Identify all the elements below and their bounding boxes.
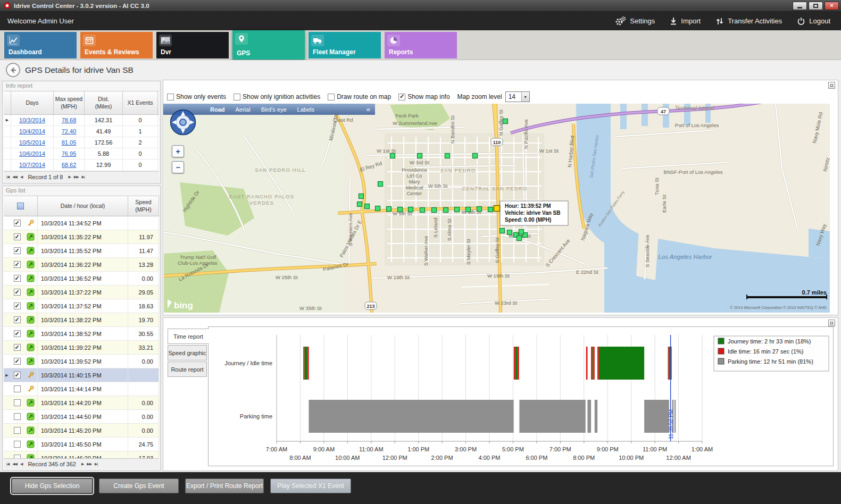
pager-first-button[interactable]: |◀: [6, 462, 9, 466]
gps-marker[interactable]: [473, 154, 478, 158]
map-style-bird-s-eye[interactable]: Bird's eye: [261, 106, 287, 113]
gps-marker[interactable]: [390, 154, 395, 158]
pager-next-page-button[interactable]: ▶▶: [74, 175, 79, 179]
hide-gps-selection-button[interactable]: Hide Gps Selection: [12, 478, 93, 493]
gps-list-row[interactable]: 10/3/2014 11:38:52 PM30.55: [4, 327, 159, 341]
pager-prev-button[interactable]: ◀: [20, 175, 22, 179]
gps-list-row[interactable]: 10/3/2014 11:36:22 PM13.28: [4, 258, 159, 272]
menu-item-transfer-activities[interactable]: Transfer Activities: [715, 17, 782, 26]
gps-marker[interactable]: [503, 119, 508, 124]
menu-item-import[interactable]: Import: [670, 17, 701, 26]
gps-marker[interactable]: [409, 207, 413, 212]
map-option-checkbox[interactable]: [167, 94, 174, 100]
gps-list-row[interactable]: 10/3/2014 11:36:52 PM0.00: [4, 272, 159, 285]
tab-reports[interactable]: Reports: [385, 32, 457, 58]
row-checkbox[interactable]: [14, 261, 21, 268]
map-style-labels[interactable]: Labels: [297, 106, 314, 113]
selected-gps-marker[interactable]: [494, 206, 500, 212]
menu-item-settings[interactable]: Settings: [615, 16, 655, 26]
day-link[interactable]: 10/7/2014: [19, 162, 45, 168]
gps-marker[interactable]: [418, 154, 422, 158]
info-report-row[interactable]: 10/5/201481.05172.562: [4, 137, 159, 148]
create-gps-event-button[interactable]: Create Gps Event: [99, 478, 179, 493]
pager-last-button[interactable]: ▶|: [95, 462, 97, 466]
map-nav-collapse-button[interactable]: «: [367, 105, 370, 113]
max-speed-link[interactable]: 76.95: [62, 150, 77, 157]
column-header[interactable]: Max speed (MPH): [54, 91, 85, 114]
gps-marker[interactable]: [376, 206, 380, 211]
map-container[interactable]: Peck ParkCrest RdW Summerland AveMirales…: [164, 104, 830, 313]
gps-list-row[interactable]: 10/3/2014 11:39:52 PM0.00: [4, 355, 159, 368]
max-speed-link[interactable]: 81.05: [62, 139, 77, 146]
max-speed-link[interactable]: 72.40: [62, 128, 77, 135]
day-link[interactable]: 10/6/2014: [19, 150, 45, 157]
info-report-row[interactable]: ▶10/3/201478.68142.310: [4, 115, 159, 126]
day-link[interactable]: 10/5/2014: [19, 139, 45, 146]
tab-dvr[interactable]: Dvr: [156, 32, 229, 58]
chart-tab-speed-graphic[interactable]: Speed graphic: [168, 345, 207, 360]
tab-fleet-manager[interactable]: Fleet Manager: [309, 32, 381, 58]
map-maximize-button[interactable]: [828, 82, 835, 89]
gps-marker[interactable]: [432, 208, 437, 213]
gps-list-row[interactable]: 10/3/2014 11:44:20 PM0.00: [4, 396, 159, 410]
row-checkbox[interactable]: [14, 316, 21, 323]
pager-first-button[interactable]: |◀: [6, 175, 9, 179]
day-link[interactable]: 10/3/2014: [19, 117, 45, 123]
gps-marker[interactable]: [488, 207, 493, 212]
tab-gps[interactable]: GPS: [232, 30, 305, 60]
column-header[interactable]: Days: [11, 91, 54, 114]
row-checkbox[interactable]: [14, 385, 21, 392]
tab-events-reviews[interactable]: Events & Reviews: [80, 32, 153, 58]
play-selected-x1-event-button[interactable]: Play Selected X1 Event: [270, 478, 351, 493]
tab-dashboard[interactable]: Dashboard: [4, 32, 77, 58]
gps-list-row[interactable]: 10/3/2014 11:37:22 PM29.05: [4, 285, 159, 299]
pager-next-button[interactable]: ▶: [81, 462, 84, 466]
row-checkbox[interactable]: [14, 247, 21, 254]
pager-prev-page-button[interactable]: ◀◀: [12, 175, 17, 179]
info-report-row[interactable]: 10/7/201468.6212.990: [4, 159, 159, 171]
date-column-header[interactable]: Date / hour (local): [38, 196, 128, 216]
gps-marker[interactable]: [517, 236, 522, 241]
row-checkbox[interactable]: [14, 399, 21, 406]
gps-marker[interactable]: [387, 207, 392, 212]
map-compass-control[interactable]: [169, 108, 197, 139]
gps-marker[interactable]: [378, 182, 383, 187]
gps-list-row[interactable]: 10/3/2014 11:44:14 PM: [4, 382, 159, 396]
row-checkbox[interactable]: [14, 372, 21, 379]
gps-list-row[interactable]: 10/3/2014 11:45:20 PM0.00: [4, 424, 159, 438]
gps-list-row[interactable]: ▶10/3/2014 11:40:15 PM: [4, 368, 159, 382]
gps-marker[interactable]: [500, 229, 505, 233]
map-zoom-out-button[interactable]: −: [172, 161, 184, 173]
row-checkbox[interactable]: [14, 344, 21, 351]
gps-marker[interactable]: [507, 230, 512, 235]
pager-prev-page-button[interactable]: ◀◀: [12, 462, 17, 466]
gps-marker[interactable]: [466, 207, 471, 212]
chart-tab-time-report[interactable]: Time report: [168, 329, 209, 344]
row-checkbox[interactable]: [14, 358, 21, 365]
row-checkbox[interactable]: [14, 289, 21, 296]
row-checkbox[interactable]: [14, 233, 21, 240]
gps-marker[interactable]: [398, 207, 403, 212]
gps-list-row[interactable]: 10/3/2014 11:35:52 PM11.47: [4, 244, 159, 258]
back-button[interactable]: [6, 63, 20, 77]
menu-item-logout[interactable]: Logout: [797, 17, 830, 26]
gps-list-row[interactable]: 10/3/2014 11:44:50 PM0.00: [4, 410, 159, 424]
column-header[interactable]: Dist. (Miles): [85, 91, 123, 114]
info-report-row[interactable]: 10/6/201476.955.880: [4, 148, 159, 159]
gps-list-row[interactable]: 10/3/2014 11:45:50 PM24.75: [4, 438, 159, 451]
close-button[interactable]: ×: [825, 2, 839, 10]
row-checkbox[interactable]: [14, 220, 21, 226]
bing-map[interactable]: Peck ParkCrest RdW Summerland AveMirales…: [164, 104, 830, 313]
max-speed-link[interactable]: 68.62: [62, 162, 77, 168]
row-checkbox[interactable]: [14, 413, 21, 420]
map-style-road[interactable]: Road: [210, 106, 225, 113]
export-print-route-report-button[interactable]: Export / Print Route Report: [185, 478, 264, 493]
gps-list-row[interactable]: 10/3/2014 11:39:22 PM33.21: [4, 341, 159, 355]
map-option-checkbox[interactable]: [234, 94, 240, 100]
gps-marker[interactable]: [519, 230, 524, 234]
day-link[interactable]: 10/4/2014: [19, 128, 45, 135]
maximize-button[interactable]: [809, 2, 823, 10]
info-report-row[interactable]: 10/4/201472.4041.491: [4, 126, 159, 137]
gps-marker[interactable]: [420, 208, 425, 213]
gps-list-row[interactable]: 10/3/2014 11:38:22 PM19.70: [4, 313, 159, 327]
